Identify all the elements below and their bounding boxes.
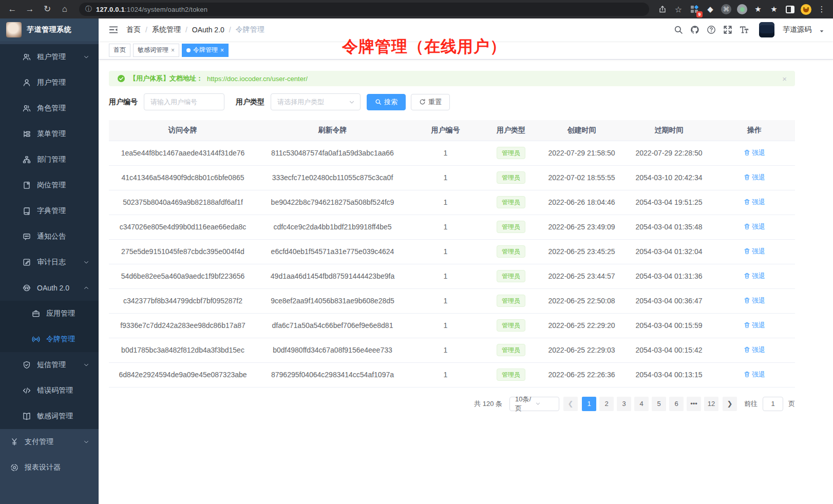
action-cell: 强退 xyxy=(714,141,795,165)
user-type-tag: 管理员 xyxy=(497,171,525,184)
sidebar-item-9[interactable]: OAuth 2.0 xyxy=(0,275,99,301)
fullscreen-icon[interactable] xyxy=(723,25,732,34)
force-logout-button[interactable]: 强退 xyxy=(744,345,765,355)
alert-doc-link[interactable]: https://doc.iocoder.cn/user-center/ xyxy=(207,75,308,83)
more-pages-button[interactable]: ••• xyxy=(687,397,701,411)
page-button-6[interactable]: 6 xyxy=(669,397,684,411)
created-time-cell: 2022-07-02 18:55:55 xyxy=(539,165,624,190)
caret-down-icon[interactable] xyxy=(819,28,825,34)
page-button-3[interactable]: 3 xyxy=(617,397,631,411)
force-logout-button[interactable]: 强退 xyxy=(744,272,765,281)
search-button[interactable]: 搜索 xyxy=(367,94,406,110)
white-star-extension-icon[interactable]: ★ xyxy=(768,3,780,15)
user-id-cell: 1 xyxy=(408,313,483,338)
user-name[interactable]: 芋道源码 xyxy=(783,25,811,34)
page-button-1[interactable]: 1 xyxy=(582,397,596,411)
recorder-extension-icon[interactable] xyxy=(736,3,748,15)
sidebar-item-label: 令牌管理 xyxy=(46,335,75,344)
green-star-extension-icon[interactable]: ★ xyxy=(752,3,764,15)
extensions-icon[interactable]: 9 xyxy=(688,3,701,15)
tab-close-icon[interactable]: × xyxy=(220,47,224,54)
reset-button[interactable]: 重置 xyxy=(411,94,450,110)
log-icon xyxy=(23,258,31,266)
sidebar-item-3[interactable]: 菜单管理 xyxy=(0,121,99,147)
search-icon[interactable] xyxy=(674,25,683,34)
profile-avatar[interactable] xyxy=(800,3,812,15)
sidebar-item-2[interactable]: 角色管理 xyxy=(0,95,99,121)
sidebar-item-0[interactable]: 租户管理 xyxy=(0,44,99,70)
sidebar-item-8[interactable]: 审计日志 xyxy=(0,249,99,275)
force-logout-button[interactable]: 强退 xyxy=(744,173,765,182)
trash-icon xyxy=(744,322,750,328)
sidebar-item-14[interactable]: 敏感词管理 xyxy=(0,403,99,429)
tab-label: 首页 xyxy=(113,46,126,54)
force-logout-button[interactable]: 强退 xyxy=(744,198,765,207)
tab-close-icon[interactable]: × xyxy=(171,47,175,54)
browser-menu-icon[interactable]: ⋮ xyxy=(816,3,828,15)
breadcrumb-item-2[interactable]: OAuth 2.0 xyxy=(192,26,224,34)
page-info-icon[interactable]: ⓘ xyxy=(85,5,92,14)
breadcrumb-item-1[interactable]: 系统管理 xyxy=(152,25,181,34)
main-area: 首页/系统管理/OAuth 2.0/令牌管理 芋道源码 xyxy=(99,18,833,504)
breadcrumb-separator: / xyxy=(145,26,147,34)
force-logout-button[interactable]: 强退 xyxy=(744,321,765,330)
page-button-2[interactable]: 2 xyxy=(599,397,614,411)
gem-extension-icon[interactable]: ◆ xyxy=(704,3,716,15)
alert-close-icon[interactable]: × xyxy=(782,74,787,83)
goto-page-input[interactable] xyxy=(763,397,783,411)
sidebar-item-6[interactable]: 字典管理 xyxy=(0,198,99,224)
app-logo-row[interactable]: 芋道管理系统 xyxy=(0,18,99,41)
tab-label: 敏感词管理 xyxy=(138,46,168,54)
force-logout-button[interactable]: 强退 xyxy=(744,148,765,158)
user-type-select[interactable]: 请选择用户类型 xyxy=(271,93,361,110)
page-button-12[interactable]: 12 xyxy=(704,397,718,411)
user-avatar[interactable] xyxy=(759,22,774,37)
sidebar-item-4[interactable]: 部门管理 xyxy=(0,147,99,172)
breadcrumb-item-0[interactable]: 首页 xyxy=(126,25,141,34)
back-icon[interactable]: ← xyxy=(5,2,20,16)
sidebar-item-15[interactable]: 支付管理 xyxy=(0,429,99,455)
force-logout-button[interactable]: 强退 xyxy=(744,296,765,305)
sidebar-item-16[interactable]: 报表设计器 xyxy=(0,455,99,480)
bookmark-star-icon[interactable]: ☆ xyxy=(672,3,685,15)
help-icon[interactable] xyxy=(707,25,716,34)
home-icon[interactable]: ⌂ xyxy=(58,2,72,16)
sidebar-item-7[interactable]: 通知公告 xyxy=(0,224,99,249)
expire-time-cell: 2054-03-04 00:15:42 xyxy=(624,338,714,362)
table-row-6: c342377bf8b344799dcbf7bf095287f29ce8ef2a… xyxy=(109,288,795,313)
github-icon[interactable] xyxy=(690,25,699,34)
prev-page-button[interactable]: ❮ xyxy=(563,397,578,411)
badge-icon xyxy=(23,181,31,189)
next-page-button[interactable]: ❯ xyxy=(723,397,737,411)
forward-icon[interactable]: → xyxy=(23,2,37,16)
url-text: 127.0.0.1:1024/system/oauth2/token xyxy=(96,6,207,13)
font-size-icon[interactable] xyxy=(740,25,749,34)
page-size-select[interactable]: 10条/页 xyxy=(509,397,559,411)
force-logout-button[interactable]: 强退 xyxy=(744,247,765,256)
page-button-5[interactable]: 5 xyxy=(652,397,666,411)
sidebar-item-10[interactable]: 应用管理 xyxy=(0,301,99,326)
sidebar-item-5[interactable]: 岗位管理 xyxy=(0,172,99,198)
sidebar-item-label: OAuth 2.0 xyxy=(37,284,69,292)
collapse-menu-icon[interactable] xyxy=(109,25,118,34)
sidebar-item-12[interactable]: 短信管理 xyxy=(0,352,99,378)
share-icon[interactable] xyxy=(656,3,669,15)
tab-2[interactable]: 令牌管理× xyxy=(182,44,229,57)
address-bar[interactable]: ⓘ 127.0.0.1:1024/system/oauth2/token xyxy=(79,3,649,16)
expire-time-cell: 2022-07-29 22:28:50 xyxy=(624,141,714,165)
sidebar-item-label: 用户管理 xyxy=(37,78,66,87)
user-id-input[interactable] xyxy=(144,93,224,110)
reload-icon[interactable]: ↻ xyxy=(40,2,54,16)
user-type-cell: 管理员 xyxy=(483,264,539,288)
sidebar-item-1[interactable]: 用户管理 xyxy=(0,70,99,95)
sidebar-item-label: 字典管理 xyxy=(37,206,66,216)
force-logout-button[interactable]: 强退 xyxy=(744,370,765,379)
side-panel-icon[interactable] xyxy=(784,3,796,15)
force-logout-button[interactable]: 强退 xyxy=(744,222,765,231)
command-extension-icon[interactable]: ⌘ xyxy=(720,3,732,15)
sidebar-item-13[interactable]: 错误码管理 xyxy=(0,378,99,403)
tab-1[interactable]: 敏感词管理× xyxy=(133,44,179,57)
tab-0[interactable]: 首页 xyxy=(109,44,130,57)
sidebar-item-11[interactable]: 令牌管理 xyxy=(0,326,99,352)
page-button-4[interactable]: 4 xyxy=(634,397,649,411)
